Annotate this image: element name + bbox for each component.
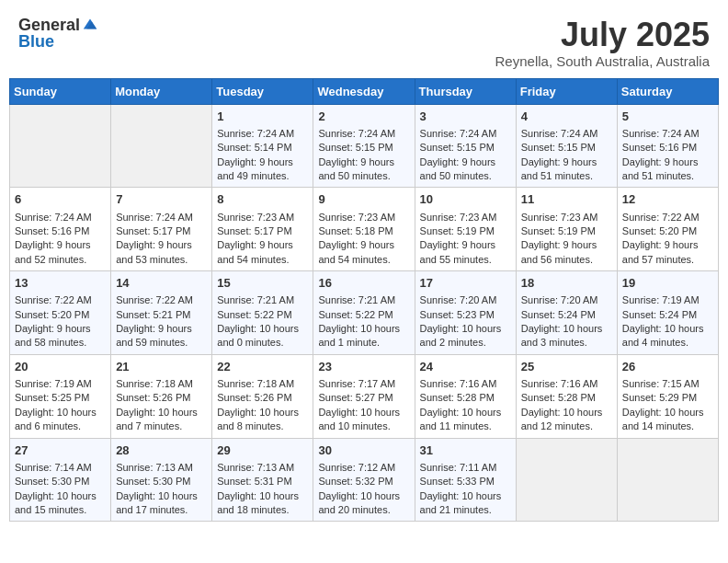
calendar-title: July 2025 xyxy=(495,17,710,53)
calendar-cell: 4Sunrise: 7:24 AMSunset: 5:15 PMDaylight… xyxy=(516,104,617,188)
daylight-text: Daylight: 10 hours and 8 minutes. xyxy=(217,407,299,431)
calendar-cell: 25Sunrise: 7:16 AMSunset: 5:28 PMDayligh… xyxy=(516,354,617,438)
sunrise-text: Sunrise: 7:24 AM xyxy=(116,212,193,223)
day-number: 18 xyxy=(521,275,612,292)
sunrise-text: Sunrise: 7:24 AM xyxy=(521,128,598,139)
day-number: 22 xyxy=(217,359,308,375)
sunset-text: Sunset: 5:20 PM xyxy=(15,309,89,320)
day-number: 27 xyxy=(15,442,106,459)
calendar-cell: 18Sunrise: 7:20 AMSunset: 5:24 PMDayligh… xyxy=(516,271,617,355)
sunset-text: Sunset: 5:19 PM xyxy=(521,225,596,236)
calendar-week-row: 6Sunrise: 7:24 AMSunset: 5:16 PMDaylight… xyxy=(10,188,719,271)
calendar-cell xyxy=(617,438,718,522)
calendar-cell: 6Sunrise: 7:24 AMSunset: 5:16 PMDaylight… xyxy=(10,188,111,271)
sunset-text: Sunset: 5:23 PM xyxy=(420,309,495,320)
calendar-table: SundayMondayTuesdayWednesdayThursdayFrid… xyxy=(9,78,719,523)
sunset-text: Sunset: 5:26 PM xyxy=(217,392,291,403)
calendar-cell: 14Sunrise: 7:22 AMSunset: 5:21 PMDayligh… xyxy=(111,271,212,355)
day-number: 10 xyxy=(420,191,511,208)
calendar-cell: 10Sunrise: 7:23 AMSunset: 5:19 PMDayligh… xyxy=(415,188,516,271)
day-number: 4 xyxy=(521,109,612,125)
calendar-cell: 27Sunrise: 7:14 AMSunset: 5:30 PMDayligh… xyxy=(10,438,111,522)
sunset-text: Sunset: 5:15 PM xyxy=(318,142,392,153)
sunset-text: Sunset: 5:33 PM xyxy=(420,476,495,487)
day-number: 30 xyxy=(318,442,409,459)
daylight-text: Daylight: 10 hours and 2 minutes. xyxy=(420,323,502,348)
calendar-subtitle: Reynella, South Australia, Australia xyxy=(495,53,710,69)
weekday-header-sunday: Sunday xyxy=(10,78,111,104)
sunset-text: Sunset: 5:27 PM xyxy=(318,392,392,403)
sunrise-text: Sunrise: 7:24 AM xyxy=(318,128,395,139)
sunset-text: Sunset: 5:15 PM xyxy=(521,142,596,153)
daylight-text: Daylight: 10 hours and 0 minutes. xyxy=(217,323,299,348)
sunset-text: Sunset: 5:30 PM xyxy=(15,476,89,487)
daylight-text: Daylight: 9 hours and 50 minutes. xyxy=(420,156,496,181)
calendar-cell xyxy=(111,104,212,188)
day-number: 24 xyxy=(420,359,511,375)
calendar-cell: 12Sunrise: 7:22 AMSunset: 5:20 PMDayligh… xyxy=(617,188,718,271)
sunrise-text: Sunrise: 7:17 AM xyxy=(318,378,395,389)
sunrise-text: Sunrise: 7:21 AM xyxy=(217,294,294,305)
sunrise-text: Sunrise: 7:21 AM xyxy=(318,294,395,305)
logo-icon xyxy=(82,16,98,32)
day-number: 26 xyxy=(622,359,713,375)
sunrise-text: Sunrise: 7:20 AM xyxy=(420,294,497,305)
logo-blue: Blue xyxy=(18,33,54,50)
sunset-text: Sunset: 5:18 PM xyxy=(318,225,392,236)
sunset-text: Sunset: 5:19 PM xyxy=(420,225,495,236)
sunrise-text: Sunrise: 7:19 AM xyxy=(15,378,92,389)
daylight-text: Daylight: 9 hours and 54 minutes. xyxy=(318,239,394,264)
daylight-text: Daylight: 10 hours and 18 minutes. xyxy=(217,490,299,515)
sunrise-text: Sunrise: 7:23 AM xyxy=(420,212,497,223)
page-header: General Blue July 2025 Reynella, South A… xyxy=(9,9,719,73)
calendar-cell: 8Sunrise: 7:23 AMSunset: 5:17 PMDaylight… xyxy=(212,188,313,271)
sunrise-text: Sunrise: 7:24 AM xyxy=(15,212,92,223)
calendar-cell: 26Sunrise: 7:15 AMSunset: 5:29 PMDayligh… xyxy=(617,354,718,438)
weekday-header-thursday: Thursday xyxy=(415,78,516,104)
daylight-text: Daylight: 9 hours and 50 minutes. xyxy=(318,156,394,181)
calendar-cell: 1Sunrise: 7:24 AMSunset: 5:14 PMDaylight… xyxy=(212,104,313,188)
sunrise-text: Sunrise: 7:14 AM xyxy=(15,462,92,473)
sunrise-text: Sunrise: 7:24 AM xyxy=(622,128,700,139)
daylight-text: Daylight: 10 hours and 20 minutes. xyxy=(318,490,400,515)
calendar-cell: 23Sunrise: 7:17 AMSunset: 5:27 PMDayligh… xyxy=(313,354,415,438)
calendar-cell: 22Sunrise: 7:18 AMSunset: 5:26 PMDayligh… xyxy=(212,354,313,438)
daylight-text: Daylight: 9 hours and 57 minutes. xyxy=(622,239,699,264)
calendar-cell: 11Sunrise: 7:23 AMSunset: 5:19 PMDayligh… xyxy=(516,188,617,271)
sunrise-text: Sunrise: 7:16 AM xyxy=(521,378,598,389)
calendar-cell: 20Sunrise: 7:19 AMSunset: 5:25 PMDayligh… xyxy=(10,354,111,438)
day-number: 2 xyxy=(318,109,409,125)
calendar-cell: 28Sunrise: 7:13 AMSunset: 5:30 PMDayligh… xyxy=(111,438,212,522)
sunset-text: Sunset: 5:28 PM xyxy=(420,392,495,403)
daylight-text: Daylight: 9 hours and 54 minutes. xyxy=(217,239,293,264)
calendar-cell: 9Sunrise: 7:23 AMSunset: 5:18 PMDaylight… xyxy=(313,188,415,271)
sunset-text: Sunset: 5:14 PM xyxy=(217,142,291,153)
sunrise-text: Sunrise: 7:22 AM xyxy=(116,294,193,305)
day-number: 20 xyxy=(15,359,106,375)
daylight-text: Daylight: 9 hours and 51 minutes. xyxy=(622,156,699,181)
sunset-text: Sunset: 5:16 PM xyxy=(622,142,697,153)
sunrise-text: Sunrise: 7:22 AM xyxy=(622,212,700,223)
calendar-cell: 13Sunrise: 7:22 AMSunset: 5:20 PMDayligh… xyxy=(10,271,111,355)
sunset-text: Sunset: 5:16 PM xyxy=(15,225,89,236)
calendar-cell: 2Sunrise: 7:24 AMSunset: 5:15 PMDaylight… xyxy=(313,104,415,188)
day-number: 5 xyxy=(622,109,713,125)
sunrise-text: Sunrise: 7:20 AM xyxy=(521,294,598,305)
day-number: 7 xyxy=(116,191,207,208)
sunset-text: Sunset: 5:22 PM xyxy=(318,309,392,320)
day-number: 16 xyxy=(318,275,409,292)
day-number: 17 xyxy=(420,275,511,292)
day-number: 11 xyxy=(521,191,612,208)
day-number: 23 xyxy=(318,359,409,375)
sunset-text: Sunset: 5:24 PM xyxy=(622,309,697,320)
daylight-text: Daylight: 10 hours and 7 minutes. xyxy=(116,407,198,431)
calendar-cell: 29Sunrise: 7:13 AMSunset: 5:31 PMDayligh… xyxy=(212,438,313,522)
sunrise-text: Sunrise: 7:18 AM xyxy=(217,378,294,389)
daylight-text: Daylight: 9 hours and 49 minutes. xyxy=(217,156,293,181)
sunrise-text: Sunrise: 7:18 AM xyxy=(116,378,193,389)
daylight-text: Daylight: 10 hours and 17 minutes. xyxy=(116,490,198,515)
day-number: 29 xyxy=(217,442,308,459)
sunrise-text: Sunrise: 7:13 AM xyxy=(217,462,294,473)
sunset-text: Sunset: 5:21 PM xyxy=(116,309,190,320)
sunset-text: Sunset: 5:28 PM xyxy=(521,392,596,403)
